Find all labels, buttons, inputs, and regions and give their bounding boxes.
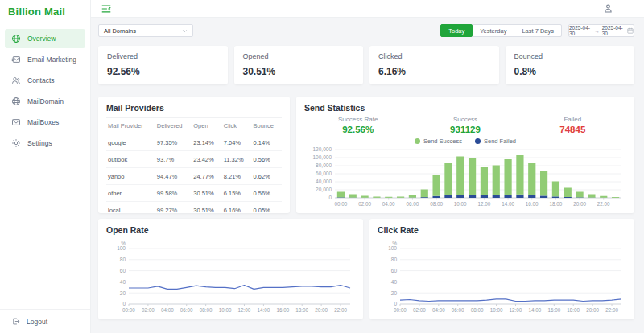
metric-label: Success (411, 116, 518, 123)
svg-text:%: % (121, 240, 126, 246)
stat-cards: Delivered 92.56% Opened 30.51% Clicked 6… (98, 46, 634, 84)
table-row: outlook 93.7% 23.42% 11.32% 0.56% (106, 151, 282, 168)
sidebar-item-email-marketing[interactable]: Email Marketing (5, 50, 85, 69)
metric-label: Success Rate (304, 116, 411, 123)
cell-provider: outlook (106, 151, 155, 168)
stat-card-opened: Opened 30.51% (234, 46, 364, 84)
sidebar: Billion Mail Overview Email Marketing Co… (0, 0, 91, 333)
sidebar-item-contacts[interactable]: Contacts (5, 71, 85, 90)
svg-text:22:00: 22:00 (605, 307, 618, 313)
cell-delivered: 99.58% (155, 185, 192, 202)
date-arrow: → (594, 28, 600, 34)
svg-text:00:00: 00:00 (394, 307, 407, 313)
legend-label: Send Success (423, 138, 462, 145)
cell-bounce: 0.56% (252, 185, 283, 202)
svg-text:40,000: 40,000 (316, 179, 332, 184)
svg-text:04:00: 04:00 (432, 307, 445, 313)
mail-providers-panel: Mail Providers Mail Provider Delivered O… (98, 97, 290, 213)
svg-text:20: 20 (120, 290, 126, 296)
svg-text:20:00: 20:00 (573, 201, 586, 207)
stat-value: 30.51% (243, 66, 355, 77)
panel-title: Mail Providers (106, 103, 282, 113)
date-from: 2025-04-30 (569, 25, 592, 36)
legend-dot (475, 138, 481, 144)
stat-label: Delivered (107, 52, 219, 60)
svg-text:18:00: 18:00 (550, 201, 563, 207)
table-row: google 97.35% 23.14% 7.04% 0.14% (106, 134, 282, 151)
sidebar-item-label: MailBoxes (27, 118, 59, 126)
svg-text:20:00: 20:00 (586, 307, 599, 313)
user-icon[interactable] (603, 3, 613, 14)
column-header: Mail Provider (106, 118, 155, 134)
sidebar-item-settings[interactable]: Settings (5, 134, 85, 153)
sidebar-item-label: Contacts (27, 76, 55, 84)
svg-text:08:00: 08:00 (430, 201, 443, 207)
table-row: other 99.58% 30.51% 6.15% 0.56% (106, 185, 282, 202)
sidebar-item-overview[interactable]: Overview (5, 29, 85, 48)
svg-text:14:00: 14:00 (502, 201, 514, 207)
svg-text:12:00: 12:00 (510, 307, 522, 313)
range-button-today[interactable]: Today (440, 24, 473, 37)
stat-card-clicked: Clicked 6.16% (369, 46, 499, 84)
filter-bar: All Domains Today Yesterday Last 7 Days … (98, 24, 634, 37)
gear-icon (11, 138, 21, 148)
legend-item-send-success[interactable]: Send Success (415, 137, 462, 145)
svg-text:06:00: 06:00 (452, 307, 464, 313)
calendar-icon (627, 27, 634, 34)
svg-text:18:00: 18:00 (567, 307, 580, 313)
svg-text:100: 100 (388, 245, 397, 251)
range-button-yesterday[interactable]: Yesterday (472, 24, 514, 37)
logout-icon (11, 317, 20, 326)
app-title: Billion Mail (0, 0, 90, 23)
cell-click: 11.32% (222, 151, 252, 168)
table-row: yahoo 94.47% 24.77% 8.21% 0.62% (106, 168, 282, 185)
stat-value: 0.8% (514, 66, 626, 77)
cell-delivered: 97.35% (155, 134, 192, 151)
contacts-icon (11, 76, 21, 85)
click-rate-line-chart: 020406080100%00:0002:0004:0006:0008:0010… (378, 240, 626, 314)
logout-button[interactable]: Logout (0, 309, 90, 333)
domain-select[interactable]: All Domains (98, 24, 193, 37)
svg-text:0: 0 (394, 301, 397, 306)
click-rate-panel: Click Rate 020406080100%00:0002:0004:000… (369, 219, 634, 319)
legend-item-send-failed[interactable]: Send Failed (475, 137, 516, 145)
svg-text:%: % (392, 240, 397, 246)
svg-text:16:00: 16:00 (547, 307, 560, 313)
svg-text:60,000: 60,000 (316, 171, 332, 176)
stat-value: 92.56% (107, 66, 219, 77)
svg-text:120,000: 120,000 (313, 146, 332, 152)
cell-provider: local (106, 202, 155, 219)
sidebar-item-mailboxes[interactable]: MailBoxes (5, 113, 85, 132)
chevron-down-icon (182, 28, 188, 34)
sidebar-item-label: Email Marketing (27, 56, 76, 64)
column-header: Delivered (155, 118, 192, 134)
metric-failed: Failed 74845 (519, 116, 626, 134)
svg-text:00:00: 00:00 (335, 201, 348, 207)
cell-bounce: 0.62% (252, 168, 283, 185)
svg-text:18:00: 18:00 (295, 307, 308, 313)
svg-text:20:00: 20:00 (315, 307, 328, 313)
send-statistics-panel: Send Statistics Success Rate 92.56% Succ… (296, 97, 634, 213)
mail-providers-table: Mail Provider Delivered Open Click Bounc… (106, 117, 282, 219)
stat-label: Opened (243, 52, 355, 60)
svg-text:22:00: 22:00 (597, 201, 610, 207)
cell-open: 24.77% (192, 168, 221, 185)
globe-icon (11, 34, 21, 43)
sidebar-item-maildomain[interactable]: MailDomain (5, 92, 85, 111)
table-row: local 99.27% 30.51% 6.16% 0.05% (106, 202, 282, 219)
svg-text:80: 80 (391, 257, 398, 262)
cell-bounce: 0.56% (252, 151, 283, 168)
billionmail-dashboard: Billion Mail Overview Email Marketing Co… (0, 0, 644, 333)
send-statistics-bar-chart: 020,00040,00060,00080,000100,000120,0000… (304, 146, 626, 208)
send-metrics: Success Rate 92.56% Success 931129 Faile… (304, 116, 626, 134)
date-range-picker[interactable]: 2025-04-30 → 2025-04-30 (568, 24, 634, 37)
sidebar-item-label: Overview (27, 35, 56, 43)
svg-text:14:00: 14:00 (258, 307, 270, 313)
mailbox-icon (11, 117, 21, 127)
range-button-last7days[interactable]: Last 7 Days (514, 24, 562, 37)
cell-open: 30.51% (192, 185, 221, 202)
cell-open: 23.14% (192, 134, 221, 151)
table-header-row: Mail Provider Delivered Open Click Bounc… (106, 118, 282, 134)
sidebar-collapse-icon[interactable] (101, 3, 112, 14)
svg-text:0: 0 (328, 195, 332, 200)
